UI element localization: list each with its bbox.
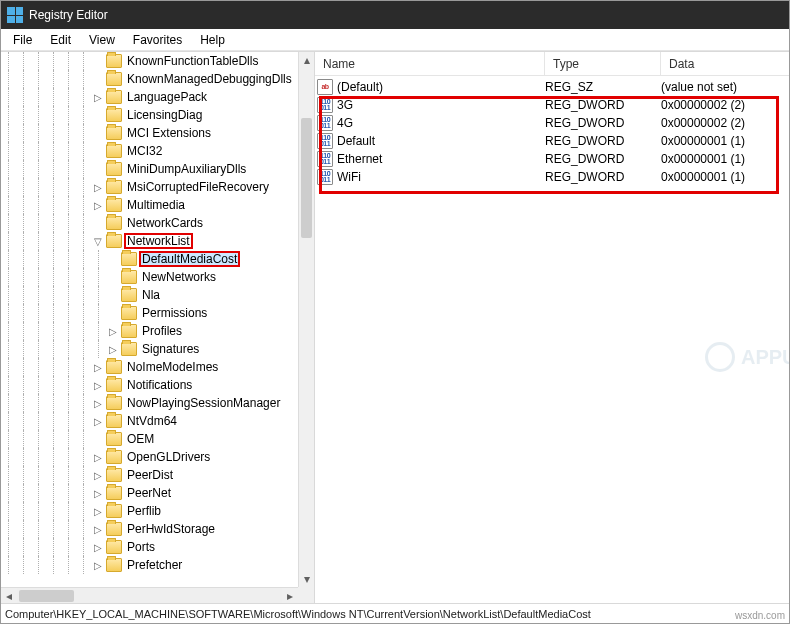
scroll-right-icon[interactable]: ▸ — [282, 588, 298, 604]
tree-item[interactable]: NewNetworks — [1, 268, 298, 286]
tree-item[interactable]: LicensingDiag — [1, 106, 298, 124]
tree-hscroll-thumb[interactable] — [19, 590, 74, 602]
expand-icon[interactable]: ▷ — [91, 398, 105, 409]
tree-hscroll[interactable]: ◂ ▸ — [1, 587, 298, 603]
tree-item-label: MCI Extensions — [125, 126, 213, 140]
tree-item[interactable]: ▷Perflib — [1, 502, 298, 520]
tree-item-label: Prefetcher — [125, 558, 184, 572]
tree-item-label: Notifications — [125, 378, 194, 392]
column-data[interactable]: Data — [661, 52, 789, 75]
expand-icon[interactable]: ▷ — [91, 416, 105, 427]
expand-icon[interactable]: ▷ — [91, 560, 105, 571]
tree-item[interactable]: NetworkCards — [1, 214, 298, 232]
status-path: Computer\HKEY_LOCAL_MACHINE\SOFTWARE\Mic… — [5, 608, 591, 620]
tree-item[interactable]: ▷Notifications — [1, 376, 298, 394]
tree-item-label: MsiCorruptedFileRecovery — [125, 180, 271, 194]
tree-item[interactable]: KnownFunctionTableDlls — [1, 52, 298, 70]
menu-help[interactable]: Help — [192, 31, 233, 49]
expand-icon[interactable]: ▷ — [91, 488, 105, 499]
expand-icon[interactable]: ▷ — [106, 344, 120, 355]
site-watermark: wsxdn.com — [735, 610, 785, 621]
value-row[interactable]: 1100113GREG_DWORD0x00000002 (2) — [315, 96, 789, 114]
tree-item-label: Profiles — [140, 324, 184, 338]
statusbar: Computer\HKEY_LOCAL_MACHINE\SOFTWARE\Mic… — [1, 603, 789, 623]
tree-item[interactable]: ▷MsiCorruptedFileRecovery — [1, 178, 298, 196]
expand-icon[interactable]: ▷ — [91, 470, 105, 481]
tree-item[interactable]: ▷OpenGLDrivers — [1, 448, 298, 466]
tree-item[interactable]: ▷Ports — [1, 538, 298, 556]
tree-item[interactable]: ▷PeerNet — [1, 484, 298, 502]
registry-tree[interactable]: KnownFunctionTableDllsKnownManagedDebugg… — [1, 52, 298, 574]
tree-item[interactable]: ▽NetworkList — [1, 232, 298, 250]
string-icon: ab — [317, 79, 333, 95]
menu-favorites[interactable]: Favorites — [125, 31, 190, 49]
expand-icon[interactable]: ▽ — [91, 236, 105, 247]
menu-file[interactable]: File — [5, 31, 40, 49]
scroll-up-icon[interactable]: ▴ — [299, 52, 314, 68]
expand-icon[interactable]: ▷ — [91, 92, 105, 103]
tree-vscroll[interactable]: ▴ ▾ — [298, 52, 314, 587]
expand-icon[interactable]: ▷ — [91, 380, 105, 391]
scroll-down-icon[interactable]: ▾ — [299, 571, 314, 587]
tree-item-label: KnownFunctionTableDlls — [125, 54, 260, 68]
value-row[interactable]: 1100114GREG_DWORD0x00000002 (2) — [315, 114, 789, 132]
tree-item[interactable]: KnownManagedDebuggingDlls — [1, 70, 298, 88]
value-name: 3G — [335, 98, 545, 112]
values-list[interactable]: ab(Default)REG_SZ(value not set)1100113G… — [315, 76, 789, 603]
tree-item[interactable]: DefaultMediaCost — [1, 250, 298, 268]
tree-item[interactable]: ▷Prefetcher — [1, 556, 298, 574]
expand-icon[interactable]: ▷ — [91, 542, 105, 553]
tree-vscroll-thumb[interactable] — [301, 118, 312, 238]
expand-icon[interactable]: ▷ — [91, 506, 105, 517]
tree-item[interactable]: ▷NowPlayingSessionManager — [1, 394, 298, 412]
tree-item-label: NoImeModeImes — [125, 360, 220, 374]
folder-icon — [106, 54, 122, 68]
column-type[interactable]: Type — [545, 52, 661, 75]
folder-icon — [121, 252, 137, 266]
menu-view[interactable]: View — [81, 31, 123, 49]
tree-item[interactable]: MCI Extensions — [1, 124, 298, 142]
folder-icon — [106, 180, 122, 194]
tree-item[interactable]: Nla — [1, 286, 298, 304]
value-name: WiFi — [335, 170, 545, 184]
value-row[interactable]: ab(Default)REG_SZ(value not set) — [315, 78, 789, 96]
value-row[interactable]: 110011WiFiREG_DWORD0x00000001 (1) — [315, 168, 789, 186]
tree-item[interactable]: ▷Signatures — [1, 340, 298, 358]
scroll-left-icon[interactable]: ◂ — [1, 588, 17, 604]
dword-icon: 110011 — [317, 151, 333, 167]
folder-icon — [106, 90, 122, 104]
value-type: REG_DWORD — [545, 170, 661, 184]
tree-item[interactable]: ▷PerHwIdStorage — [1, 520, 298, 538]
tree-item[interactable]: ▷Multimedia — [1, 196, 298, 214]
tree-item[interactable]: MiniDumpAuxiliaryDlls — [1, 160, 298, 178]
expand-icon[interactable]: ▷ — [91, 200, 105, 211]
expand-icon[interactable]: ▷ — [91, 362, 105, 373]
tree-item-label: NtVdm64 — [125, 414, 179, 428]
expand-icon[interactable]: ▷ — [91, 524, 105, 535]
window-title: Registry Editor — [29, 8, 108, 22]
tree-item-label: OpenGLDrivers — [125, 450, 212, 464]
tree-item-label: NetworkCards — [125, 216, 205, 230]
dword-icon: 110011 — [317, 97, 333, 113]
expand-icon[interactable]: ▷ — [91, 452, 105, 463]
expand-icon[interactable]: ▷ — [106, 326, 120, 337]
dword-icon: 110011 — [317, 115, 333, 131]
titlebar[interactable]: Registry Editor — [1, 1, 789, 29]
tree-item[interactable]: ▷PeerDist — [1, 466, 298, 484]
tree-item[interactable]: ▷Profiles — [1, 322, 298, 340]
column-name[interactable]: Name — [315, 52, 545, 75]
tree-item[interactable]: ▷NoImeModeImes — [1, 358, 298, 376]
values-pane: Name Type Data ab(Default)REG_SZ(value n… — [315, 52, 789, 603]
value-row[interactable]: 110011EthernetREG_DWORD0x00000001 (1) — [315, 150, 789, 168]
value-name: 4G — [335, 116, 545, 130]
folder-icon — [106, 216, 122, 230]
tree-item[interactable]: OEM — [1, 430, 298, 448]
tree-item[interactable]: ▷NtVdm64 — [1, 412, 298, 430]
value-row[interactable]: 110011DefaultREG_DWORD0x00000001 (1) — [315, 132, 789, 150]
column-headers[interactable]: Name Type Data — [315, 52, 789, 76]
menu-edit[interactable]: Edit — [42, 31, 79, 49]
tree-item[interactable]: MCI32 — [1, 142, 298, 160]
expand-icon[interactable]: ▷ — [91, 182, 105, 193]
tree-item[interactable]: ▷LanguagePack — [1, 88, 298, 106]
tree-item[interactable]: Permissions — [1, 304, 298, 322]
